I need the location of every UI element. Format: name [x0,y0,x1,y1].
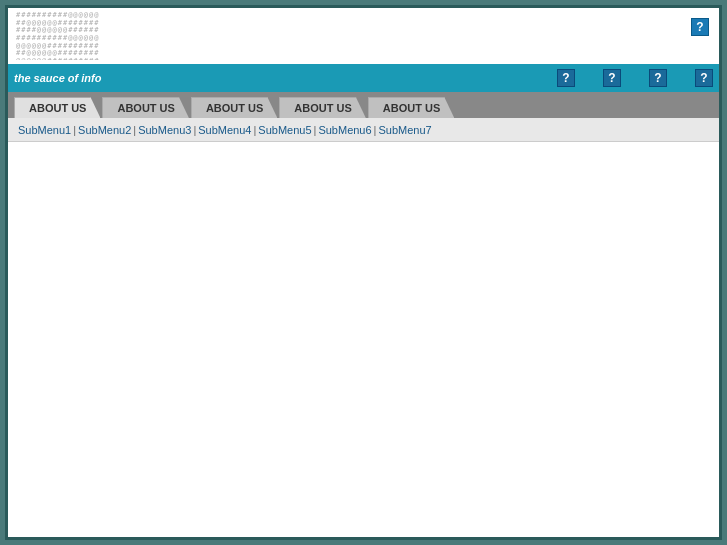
nav-tab-4[interactable]: ABOUT US [279,97,365,118]
submenu-item-5[interactable]: SubMenu5 [258,124,311,136]
submenu-sep-2: | [133,124,136,136]
nav-tab-3[interactable]: ABOUT US [191,97,277,118]
toolbar-help-icon-3[interactable]: ? [649,69,667,87]
logo-image: ##########@@@@@@ ##@@@@@@######## ####@@… [16,12,156,60]
toolbar-help-icon-2[interactable]: ? [603,69,621,87]
main-content [8,142,719,537]
submenu-item-2[interactable]: SubMenu2 [78,124,131,136]
nav-tab-5[interactable]: ABOUT US [368,97,454,118]
header: ##########@@@@@@ ##@@@@@@######## ####@@… [8,8,719,64]
header-help-area: ? [691,18,709,36]
site-tagline: the sauce of info [14,72,101,84]
toolbar-help-icon-4[interactable]: ? [695,69,713,87]
submenu-sep-3: | [193,124,196,136]
browser-window: ##########@@@@@@ ##@@@@@@######## ####@@… [5,5,722,540]
submenu-item-4[interactable]: SubMenu4 [198,124,251,136]
submenu-sep-5: | [314,124,317,136]
submenu-item-3[interactable]: SubMenu3 [138,124,191,136]
toolbar-help-icon-1[interactable]: ? [557,69,575,87]
toolbar-icons: ? ? ? ? [557,69,713,87]
submenu-sep-6: | [374,124,377,136]
main-nav: ABOUT US ABOUT US ABOUT US ABOUT US ABOU… [8,92,719,118]
submenu-item-1[interactable]: SubMenu1 [18,124,71,136]
nav-tab-1[interactable]: ABOUT US [14,97,100,118]
submenu-item-7[interactable]: SubMenu7 [378,124,431,136]
submenu-item-6[interactable]: SubMenu6 [318,124,371,136]
toolbar: the sauce of info ? ? ? ? [8,64,719,92]
submenu-sep-4: | [253,124,256,136]
logo-area: ##########@@@@@@ ##@@@@@@######## ####@@… [16,12,156,60]
nav-tab-2[interactable]: ABOUT US [102,97,188,118]
submenu-sep-1: | [73,124,76,136]
submenu-bar: SubMenu1 | SubMenu2 | SubMenu3 | SubMenu… [8,118,719,142]
header-help-icon[interactable]: ? [691,18,709,36]
